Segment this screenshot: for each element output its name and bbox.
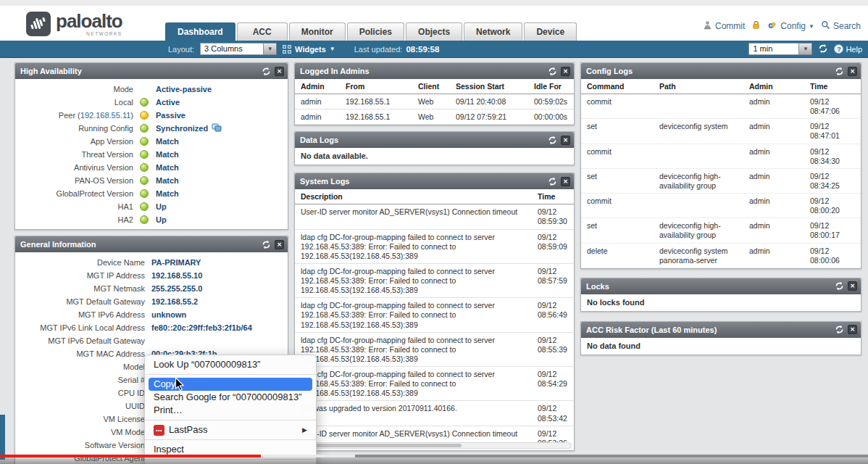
column-header: Session Start [450, 79, 528, 94]
table-row[interactable]: setdeviceconfig systemadmin09/12 08:47:0… [581, 119, 861, 144]
widgets-button[interactable]: Widgets ▼ [283, 45, 335, 54]
table-row[interactable]: setdeviceconfig high-availability groupa… [581, 169, 861, 194]
close-icon[interactable]: ✕ [275, 240, 284, 249]
row-value: Synchronized [156, 123, 222, 133]
refresh-icon[interactable] [547, 135, 558, 146]
cell: 09/12 08:00:17 [804, 218, 861, 242]
cell [654, 194, 743, 218]
table-row[interactable]: deletedeviceconfig system panorama-serve… [581, 244, 861, 268]
row-label: Device Name [15, 258, 151, 267]
video-progress-bar[interactable] [0, 455, 868, 457]
interval-select-arrow-icon[interactable]: ▼ [799, 43, 812, 55]
refresh-icon[interactable] [834, 324, 845, 335]
table-row[interactable]: ldap cfg DC-for-group-mapping failed to … [295, 264, 574, 298]
row-label: Antivirus Version [15, 163, 140, 172]
green-led-icon [140, 137, 149, 146]
app-header: paloalto NETWORKS DashboardACCMonitorPol… [0, 6, 868, 41]
table-row[interactable]: commitadmin09/12 08:47:06 [581, 94, 861, 119]
scrollbar-thumb[interactable] [314, 444, 462, 447]
green-led-icon [140, 150, 149, 159]
table-row[interactable]: DB was upgraded to version 20170911.4016… [295, 401, 574, 426]
horizontal-scrollbar[interactable] [297, 442, 572, 449]
layout-select[interactable]: 3 Columns ▼ [200, 43, 277, 55]
row-value: Match [156, 176, 179, 185]
sync-icon[interactable] [212, 123, 222, 133]
cell: 192.168.55.1 [340, 94, 412, 109]
close-icon[interactable]: ✕ [275, 67, 284, 76]
close-icon[interactable]: ✕ [561, 177, 570, 186]
close-icon[interactable]: ✕ [561, 67, 570, 76]
close-icon[interactable]: ✕ [848, 281, 857, 291]
refresh-icon[interactable] [818, 44, 828, 55]
row-value: 192.168.55.10 [151, 271, 202, 280]
status-led-cell [140, 137, 156, 146]
table-row[interactable]: ldap cfg DC-for-group-mapping failed to … [295, 367, 574, 401]
cell: commit [581, 94, 654, 118]
close-icon[interactable]: ✕ [561, 136, 570, 145]
tab-acc[interactable]: ACC [237, 22, 288, 41]
status-led-cell [140, 189, 156, 198]
ha-row: HA1Up [15, 200, 288, 213]
cell: deviceconfig system [654, 119, 743, 143]
tab-objects[interactable]: Objects [406, 22, 462, 41]
refresh-icon[interactable] [834, 281, 845, 291]
table-row[interactable]: User-ID server monitor AD_SERVER(vsys1) … [295, 204, 574, 229]
lock-icon[interactable] [751, 20, 761, 32]
refresh-icon[interactable] [547, 176, 558, 187]
tab-network[interactable]: Network [464, 22, 522, 41]
tab-device[interactable]: Device [524, 22, 577, 41]
refresh-icon[interactable] [261, 66, 272, 77]
row-label: VM License [15, 415, 151, 423]
help-button[interactable]: ? Help [834, 44, 862, 54]
cell: admin [743, 94, 804, 118]
table-row[interactable]: admin192.168.55.1Web09/11 20:40:0800:59:… [295, 94, 574, 109]
row-value: Match [156, 163, 179, 172]
config-button[interactable]: Config ▼ [767, 20, 814, 32]
table-row[interactable]: ldap cfg DC-for-group-mapping failed to … [295, 230, 574, 264]
close-icon[interactable]: ✕ [848, 67, 857, 76]
commit-button[interactable]: Commit [703, 20, 745, 32]
peer-ip-link[interactable]: 192.168.55.11 [80, 111, 131, 120]
cell: 09/12 08:47:01 [804, 119, 861, 143]
table-row[interactable]: admin192.168.55.1Web09/12 07:59:2100:00:… [295, 109, 574, 125]
row-value: PA-PRIMARY [151, 258, 201, 267]
tab-monitor[interactable]: Monitor [289, 22, 346, 41]
refresh-interval-value: 1 min [748, 43, 799, 55]
column-header: Description [295, 189, 532, 204]
row-label: HA2 [15, 215, 140, 224]
widget-data-logs: Data Logs ✕ No data available. [294, 131, 575, 165]
video-bottom-fade [0, 457, 868, 464]
cell: Web [412, 109, 450, 124]
column-header: Admin [295, 79, 340, 94]
cell: ldap cfg DC-for-group-mapping failed to … [295, 298, 532, 331]
mouse-cursor [175, 377, 185, 394]
cell: delete [581, 244, 654, 268]
table-row[interactable]: commitadmin09/12 08:00:20 [581, 194, 861, 218]
menu-item-look-up-007000009813[interactable]: Look Up “007000009813” [145, 358, 316, 371]
table-row[interactable]: commitadmin09/12 08:34:30 [581, 144, 861, 169]
config-icon [767, 20, 777, 32]
menu-item-copy[interactable]: Copy [149, 378, 312, 391]
green-led-icon [140, 163, 149, 172]
cell: set [581, 169, 654, 193]
table-row[interactable]: ldap cfg DC-for-group-mapping failed to … [295, 333, 574, 367]
refresh-icon[interactable] [261, 239, 272, 250]
menu-item-search-google-for-007000009813[interactable]: Search Google for “007000009813” [145, 391, 316, 404]
refresh-icon[interactable] [834, 66, 845, 77]
cell: ldap cfg DC-for-group-mapping failed to … [295, 367, 532, 400]
refresh-icon[interactable] [547, 66, 558, 77]
tab-dashboard[interactable]: Dashboard [165, 22, 235, 41]
menu-item-lastpass[interactable]: •••LastPass▶ [145, 423, 316, 436]
search-button[interactable]: Search [821, 20, 861, 32]
widget-locks: Locks ✕ No locks found [580, 278, 861, 312]
column-header: Command [581, 79, 654, 94]
table-row[interactable]: setdeviceconfig high-availability groupa… [581, 218, 861, 243]
menu-item-print[interactable]: Print… [145, 404, 316, 417]
row-value: fe80::20c:29ff:feb3:2f1b/64 [151, 323, 252, 332]
layout-select-arrow-icon[interactable]: ▼ [264, 43, 277, 55]
table-row[interactable]: ldap cfg DC-for-group-mapping failed to … [295, 298, 574, 332]
close-icon[interactable]: ✕ [848, 325, 857, 334]
cell: 09/12 08:34:25 [804, 169, 861, 193]
refresh-interval-select[interactable]: 1 min ▼ [748, 43, 812, 55]
tab-policies[interactable]: Policies [347, 22, 404, 41]
